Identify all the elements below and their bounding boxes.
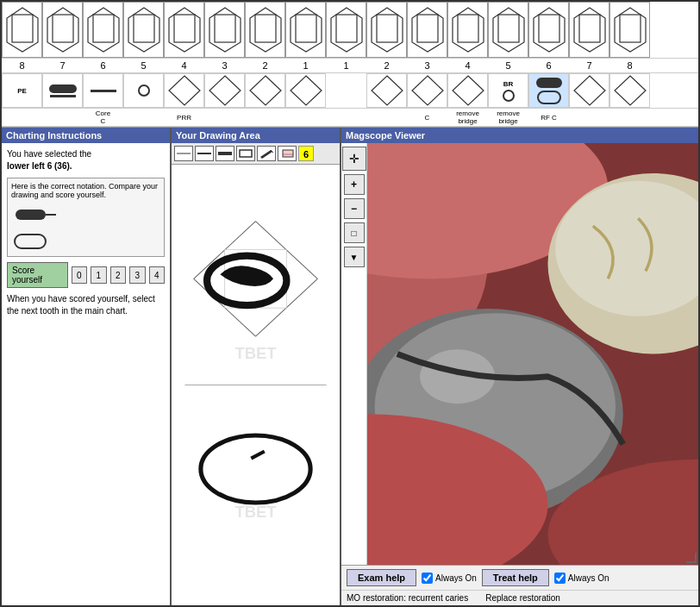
- num-ul6: 6: [83, 59, 123, 72]
- charting-instructions-panel: Charting Instructions You have selected …: [2, 128, 172, 605]
- status-row: PE: [2, 73, 698, 109]
- tooth-cell-ur4[interactable]: [447, 2, 488, 58]
- tool-rect[interactable]: [236, 146, 255, 161]
- number-row-upper: 8 7 6 5 4 3 2 1 1 2 3 4 5 6 7 8: [2, 59, 698, 73]
- score-btn-0[interactable]: 0: [72, 266, 87, 284]
- notation-box: Here is the correct notation. Compare yo…: [7, 178, 165, 257]
- num-ur4: 4: [447, 59, 488, 72]
- status-ll1[interactable]: [285, 73, 326, 108]
- svg-rect-9: [174, 15, 195, 42]
- tool-eraser[interactable]: [278, 146, 297, 161]
- svg-marker-39: [574, 76, 605, 105]
- magscope-controls: ✛ + − □ ▼: [341, 143, 367, 565]
- num-ur6: 6: [528, 59, 569, 72]
- tooth-cell-ul6[interactable]: [83, 2, 123, 58]
- exam-always-on: Always On: [422, 573, 477, 584]
- num-ul3: 3: [204, 59, 245, 72]
- lbl-lr2: [366, 116, 407, 118]
- score-btn-2[interactable]: 2: [110, 266, 126, 284]
- num-ur5: 5: [488, 59, 528, 72]
- status-ll2[interactable]: [245, 73, 285, 108]
- status-ll4[interactable]: [164, 73, 204, 108]
- tooth-cell-ul1[interactable]: [285, 2, 326, 58]
- notation-bottom-svg: [11, 232, 50, 251]
- circle-indicator: [138, 84, 150, 97]
- lbl-ll4: PRR: [164, 113, 204, 122]
- svg-rect-47: [240, 150, 252, 157]
- tool-thick-line[interactable]: [216, 146, 234, 161]
- tool-pencil[interactable]: [257, 146, 276, 161]
- line-indicator2: [91, 90, 116, 92]
- svg-rect-27: [539, 15, 559, 42]
- status-lr8[interactable]: [609, 73, 650, 108]
- exam-always-on-checkbox[interactable]: [422, 573, 433, 584]
- svg-rect-31: [620, 15, 641, 42]
- tool-thin-line[interactable]: [174, 146, 193, 161]
- tooth-cell-ul4[interactable]: [164, 2, 204, 58]
- score-btn-4[interactable]: 4: [149, 266, 165, 284]
- svg-rect-15: [296, 15, 316, 42]
- canvas-svg[interactable]: TBET TBET: [172, 165, 340, 605]
- circle-indicator2: [503, 90, 515, 102]
- tooth-cell-ul3[interactable]: [204, 2, 245, 58]
- status-lr4[interactable]: [447, 73, 488, 108]
- status-lr5-br[interactable]: BR: [488, 73, 528, 108]
- status-lr6[interactable]: [528, 73, 569, 108]
- svg-rect-43: [15, 235, 46, 248]
- tooth-cell-ul8[interactable]: [2, 2, 42, 58]
- fit-button[interactable]: □: [344, 222, 365, 243]
- tooth-image-svg: [367, 143, 698, 565]
- svg-rect-29: [579, 15, 600, 42]
- tooth-cell-ur3[interactable]: [407, 2, 447, 58]
- treat-info-text: Replace restoration: [485, 593, 560, 603]
- magscope-image: [367, 143, 698, 565]
- tooth-cell-ul2[interactable]: [245, 2, 285, 58]
- selected-text: You have selected the: [7, 149, 91, 159]
- help-row-buttons: Exam help Always On Treat help Always On: [341, 566, 698, 590]
- tooth-cell-ul5[interactable]: [123, 2, 164, 58]
- treat-always-on: Always On: [554, 573, 609, 584]
- status-ll3[interactable]: [204, 73, 245, 108]
- tooth-cell-ur5[interactable]: [488, 2, 528, 58]
- num-ul2: 2: [245, 59, 285, 72]
- score-btn-3[interactable]: 3: [129, 266, 145, 284]
- lbl-ll2: [245, 116, 285, 118]
- status-ll5[interactable]: [123, 73, 164, 108]
- zoom-out-button[interactable]: −: [344, 198, 365, 219]
- move-control[interactable]: ✛: [342, 147, 366, 171]
- drawing-canvas[interactable]: TBET TBET: [172, 165, 340, 605]
- exam-info-text: MO restoration: recurrent caries: [347, 593, 468, 603]
- status-lr2[interactable]: [366, 73, 407, 108]
- tooth-cell-ur7[interactable]: [569, 2, 609, 58]
- status-lr3[interactable]: [407, 73, 447, 108]
- svg-rect-13: [255, 15, 276, 42]
- svg-marker-38: [453, 76, 484, 105]
- drawing-toolbar: 6: [172, 143, 340, 165]
- lbl-lr7: [569, 116, 609, 118]
- score-row: Score yourself 0 1 2 3 4: [7, 262, 165, 288]
- tooth-cell-ul7[interactable]: [42, 2, 83, 58]
- dropdown-button[interactable]: ▼: [344, 247, 365, 267]
- tooth-cell-ur6[interactable]: [528, 2, 569, 58]
- status-ll7[interactable]: [42, 73, 83, 108]
- svg-marker-36: [372, 76, 403, 105]
- score-btn-1[interactable]: 1: [91, 266, 106, 284]
- tooth-cell-ur8[interactable]: [609, 2, 650, 58]
- lbl-gap: [326, 116, 366, 118]
- tooth-cell-ur2[interactable]: [366, 2, 407, 58]
- svg-rect-17: [336, 15, 357, 42]
- exam-help-button[interactable]: Exam help: [347, 569, 416, 586]
- tooth-cell-ur1[interactable]: [326, 2, 366, 58]
- zoom-in-button[interactable]: +: [344, 174, 365, 195]
- resize-handle[interactable]: [686, 553, 697, 563]
- treat-help-button[interactable]: Treat help: [482, 569, 549, 586]
- treat-always-on-checkbox[interactable]: [554, 573, 566, 584]
- tool-medium-line[interactable]: [195, 146, 214, 161]
- svg-rect-49: [283, 150, 293, 157]
- lbl-ll3: [204, 116, 245, 118]
- tooth-label: lower left 6 (36).: [7, 161, 72, 171]
- status-lr7[interactable]: [569, 73, 609, 108]
- status-ll6[interactable]: [83, 73, 123, 108]
- status-ll8[interactable]: PE: [2, 73, 42, 108]
- charting-instructions-header: Charting Instructions: [2, 128, 170, 143]
